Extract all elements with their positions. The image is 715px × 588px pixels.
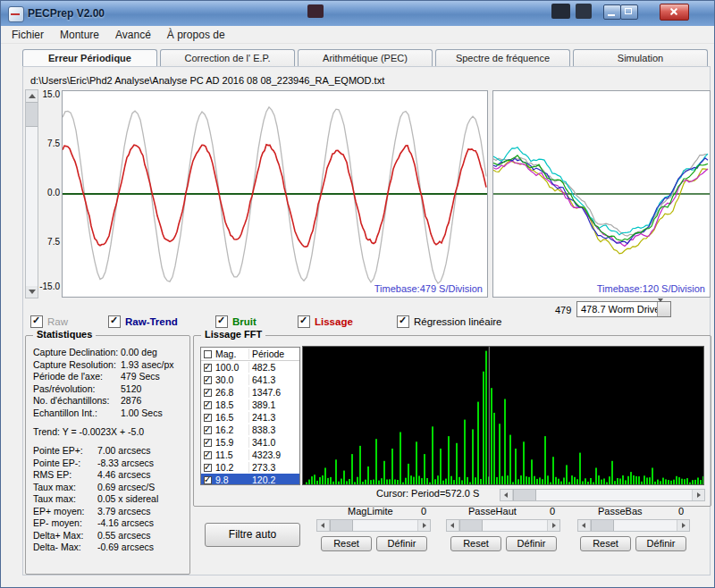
toggle-regression-lineaire[interactable]: Régression linéaire (397, 315, 501, 328)
slider-thumb[interactable] (591, 520, 614, 531)
maglimite-definir-button[interactable]: Définir (376, 536, 427, 551)
tab-spectre-frequence[interactable]: Spectre de fréquence (435, 49, 570, 66)
checkbox-icon[interactable] (204, 451, 212, 459)
filtre-auto-button[interactable]: Filtre auto (205, 523, 300, 547)
checkbox-icon[interactable] (204, 426, 212, 434)
minimize-button[interactable] (603, 4, 621, 20)
mag-cell: 10.2 (215, 462, 248, 473)
fft-table-row-selected[interactable]: 9.8120.2 (201, 474, 299, 485)
scroll-left-icon[interactable] (447, 520, 459, 531)
scrollbar-thumb[interactable] (513, 490, 536, 500)
stat-value: -4.16 arcsecs (97, 517, 154, 530)
stat-row: Delta+ Max:0.55 arcsecs (33, 530, 187, 542)
checkbox-icon[interactable] (204, 376, 212, 384)
checkbox-icon[interactable] (204, 464, 212, 472)
passehaut-definir-button[interactable]: Définir (506, 536, 557, 551)
tab-correction-ep[interactable]: Correction de l' E.P. (160, 49, 295, 66)
fft-horizontal-scrollbar[interactable] (500, 489, 705, 501)
menu-item-monture[interactable]: Monture (53, 27, 108, 43)
fft-table-row[interactable]: 10.2273.3 (201, 461, 299, 474)
chevron-down-icon[interactable] (657, 302, 670, 316)
checkbox-icon[interactable] (204, 414, 212, 422)
fft-spectrum-chart[interactable] (302, 346, 704, 485)
scroll-left-icon[interactable] (500, 490, 513, 500)
checkbox-icon[interactable] (204, 364, 212, 372)
scroll-left-icon[interactable] (317, 520, 330, 531)
toggle-raw-trend[interactable]: Raw-Trend (108, 315, 178, 328)
fft-title: Lissage FFT (201, 329, 265, 340)
scroll-up-icon[interactable] (26, 90, 38, 102)
scroll-down-icon[interactable] (26, 286, 38, 298)
scroll-right-icon[interactable] (692, 490, 704, 500)
stat-label: No. d'échantillons: (33, 395, 121, 407)
passehaut-value: 0 (550, 506, 555, 517)
checkbox-icon[interactable] (397, 315, 409, 328)
maximize-button[interactable] (620, 4, 638, 20)
checkbox-icon[interactable] (30, 315, 43, 328)
maglimite-slider[interactable] (316, 519, 431, 532)
stat-label: Pas/révolution: (33, 383, 121, 396)
close-icon (669, 7, 678, 16)
menu-item-a-propos[interactable]: À propos de (160, 27, 234, 43)
fft-table-row[interactable]: 26.81347.6 (201, 386, 299, 399)
mag-cell: 18.5 (215, 399, 248, 410)
checkbox-icon[interactable] (108, 315, 121, 328)
stat-row: EP+ moyen:3.79 arcsecs (33, 506, 187, 518)
toggle-label: Lissage (315, 316, 353, 327)
menu-item-avance[interactable]: Avancé (108, 27, 160, 43)
fft-table-header: Mag. Période (201, 348, 299, 361)
stat-value: 0.00 deg (121, 347, 157, 359)
mag-cell: 30.0 (215, 374, 248, 385)
trend-equation: Trend: Y = -0.0023X + -5.0 (33, 426, 187, 438)
statistics-groupbox: Statistiques Capture Declination:0.00 de… (25, 335, 190, 575)
fft-table-row[interactable]: 11.54323.9 (201, 449, 299, 461)
scroll-right-icon[interactable] (677, 520, 689, 531)
loaded-file-path: d:\Users\Eric\Phd2 Analyse\Analyse PC AD… (30, 75, 384, 86)
checkbox-icon[interactable] (215, 315, 228, 328)
overlay-timebase-label: Timebase:120 S/Division (597, 283, 705, 294)
slider-thumb[interactable] (459, 520, 483, 531)
scrollbar-thumb[interactable] (26, 102, 38, 127)
tab-simulation[interactable]: Simulation (573, 49, 708, 66)
maglimite-reset-button[interactable]: Reset (321, 536, 372, 551)
stat-row: Pas/révolution:5120 (33, 383, 187, 396)
passebas-label: PasseBas (598, 506, 643, 517)
scroll-right-icon[interactable] (547, 520, 559, 531)
fft-table-row[interactable]: 16.5241.3 (201, 411, 299, 424)
stat-label: Période de l'axe: (33, 371, 121, 383)
chart-vertical-scrollbar[interactable] (25, 89, 38, 298)
passehaut-reset-button[interactable]: Reset (450, 536, 501, 551)
passebas-slider[interactable] (577, 519, 690, 532)
toggle-raw[interactable]: Raw (30, 315, 68, 328)
scroll-right-icon[interactable] (417, 520, 430, 531)
mag-cell: 100.0 (215, 362, 248, 373)
passebas-definir-button[interactable]: Définir (635, 536, 686, 551)
checkbox-icon[interactable] (298, 315, 310, 328)
menu-item-fichier[interactable]: Fichier (4, 27, 53, 43)
tab-erreur-periodique[interactable]: Erreur Périodique (22, 49, 157, 66)
passebas-reset-button[interactable]: Reset (580, 536, 631, 551)
stat-label: Pointe EP-: (33, 458, 97, 470)
toggle-bruit[interactable]: Bruit (215, 315, 257, 328)
worm-drive-combobox[interactable]: 478.7 Worm Drive (576, 301, 671, 317)
passehaut-slider[interactable] (446, 519, 560, 532)
fft-table-row[interactable]: 15.9341.0 (201, 436, 299, 449)
tab-arithmetique-pec[interactable]: Arithmétique (PEC) (298, 49, 433, 66)
period-cell: 4323.9 (248, 449, 299, 460)
stat-row: Période de l'axe:479 Secs (33, 371, 187, 383)
fft-table-row[interactable]: 16.2838.3 (201, 424, 299, 436)
fft-table-row[interactable]: 30.0641.3 (201, 374, 299, 386)
checkbox-icon[interactable] (204, 350, 212, 358)
stat-value: 0.69 arcsec/S (97, 482, 155, 494)
close-button[interactable] (660, 4, 689, 21)
fft-table-row[interactable]: 18.5389.1 (201, 399, 299, 411)
scroll-left-icon[interactable] (578, 520, 591, 531)
window-title: PECPrep V2.00 (28, 7, 105, 20)
checkbox-icon[interactable] (204, 389, 212, 397)
slider-thumb[interactable] (330, 520, 353, 531)
checkbox-icon[interactable] (204, 439, 212, 447)
toggle-lissage[interactable]: Lissage (298, 315, 353, 328)
checkbox-icon[interactable] (204, 476, 212, 484)
checkbox-icon[interactable] (204, 401, 212, 409)
fft-table-row[interactable]: 100.0482.5 (201, 361, 299, 374)
